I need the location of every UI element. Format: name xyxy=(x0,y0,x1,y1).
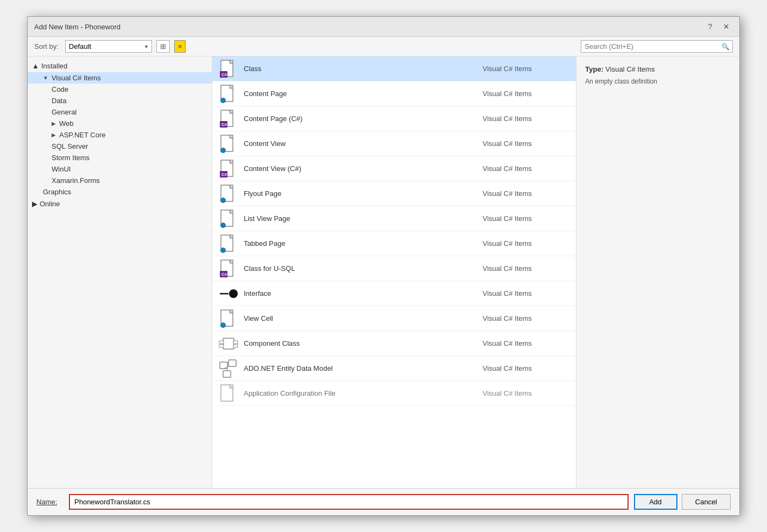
add-button[interactable]: Add xyxy=(634,494,677,510)
list-item[interactable]: View Cell Visual C# Items xyxy=(212,306,576,331)
file-icon-component xyxy=(219,334,238,353)
sidebar-item-label-aspnet: ASP.NET Core xyxy=(59,131,106,139)
sidebar-item-label-general: General xyxy=(52,108,77,116)
sort-select[interactable]: Default Name Type xyxy=(65,40,152,53)
info-panel: Type: Visual C# Items An empty class def… xyxy=(576,56,739,488)
list-item[interactable]: Interface Visual C# Items xyxy=(212,281,576,306)
name-input[interactable] xyxy=(69,494,629,510)
toolbar: Sort by: Default Name Type ⊞ ≡ 🔍 xyxy=(28,37,739,56)
file-name: Component Class xyxy=(244,339,483,347)
file-name: Tabbed Page xyxy=(244,239,483,248)
file-icon-viewcell xyxy=(219,309,238,328)
file-icon-content-page xyxy=(219,84,238,104)
grid-view-button[interactable]: ⊞ xyxy=(156,40,170,53)
list-item[interactable]: Content View Visual C# Items xyxy=(212,131,576,156)
file-name: List View Page xyxy=(244,214,483,223)
file-name: Flyout Page xyxy=(244,189,483,198)
sidebar-item-visual-csharp[interactable]: ▼ Visual C# Items xyxy=(28,72,212,84)
file-name: Application Configuration File xyxy=(244,389,483,397)
sidebar-item-winui[interactable]: WinUI xyxy=(28,163,212,175)
file-category: Visual C# Items xyxy=(483,214,569,223)
grid-view-icon: ⊞ xyxy=(160,42,166,50)
file-category: Visual C# Items xyxy=(483,314,569,322)
sidebar-item-online[interactable]: ▶ Online xyxy=(28,198,212,210)
sidebar-item-data[interactable]: Data xyxy=(28,95,212,106)
sidebar-item-label-visual-csharp: Visual C# Items xyxy=(52,74,101,82)
file-list: C# Class Visual C# Items Content Page Vi… xyxy=(212,56,576,488)
list-item[interactable]: C# Class for U-SQL Visual C# Items xyxy=(212,256,576,281)
file-icon-class: C# xyxy=(219,59,238,79)
file-name: Interface xyxy=(244,289,483,297)
svg-rect-43 xyxy=(223,371,231,377)
file-name: View Cell xyxy=(244,314,483,322)
svg-text:C#: C# xyxy=(221,72,227,77)
sidebar-item-installed[interactable]: ▲ Installed xyxy=(28,60,212,72)
file-category: Visual C# Items xyxy=(483,90,569,98)
svg-rect-39 xyxy=(233,341,238,344)
svg-text:C#: C# xyxy=(221,122,227,127)
list-view-button[interactable]: ≡ xyxy=(174,40,186,53)
sidebar-item-general[interactable]: General xyxy=(28,106,212,118)
search-icon: 🔍 xyxy=(721,43,730,50)
type-value: Visual C# Items xyxy=(605,65,655,73)
svg-text:C#: C# xyxy=(221,272,227,277)
svg-rect-36 xyxy=(223,338,234,349)
bottom-bar: Name: Add Cancel xyxy=(28,488,739,515)
online-label: Online xyxy=(40,200,60,208)
sidebar-item-label-xamarin: Xamarin.Forms xyxy=(52,176,100,185)
list-item[interactable]: C# Content Page (C#) Visual C# Items xyxy=(212,106,576,131)
sidebar-item-xamarin[interactable]: Xamarin.Forms xyxy=(28,175,212,186)
file-category: Visual C# Items xyxy=(483,65,569,73)
file-category: Visual C# Items xyxy=(483,289,569,297)
sidebar-item-graphics[interactable]: Graphics xyxy=(28,186,212,198)
sidebar-item-label-storm: Storm Items xyxy=(52,154,90,162)
sidebar: ▲ Installed ▼ Visual C# Items Code Data … xyxy=(28,56,212,488)
file-icon-content-page-cs: C# xyxy=(219,109,238,129)
sidebar-item-storm-items[interactable]: Storm Items xyxy=(28,152,212,163)
sidebar-item-label-winui: WinUI xyxy=(52,165,71,173)
sidebar-item-aspnet-core[interactable]: ▶ ASP.NET Core xyxy=(28,129,212,141)
sidebar-item-sql-server[interactable]: SQL Server xyxy=(28,141,212,152)
list-item[interactable]: Flyout Page Visual C# Items xyxy=(212,181,576,206)
svg-point-6 xyxy=(220,98,226,103)
file-icon-interface xyxy=(219,284,238,303)
file-category: Visual C# Items xyxy=(483,239,569,248)
sort-select-wrapper: Default Name Type xyxy=(65,40,152,53)
file-icon-content-view-cs: C# xyxy=(219,159,238,179)
info-type: Type: Visual C# Items xyxy=(585,65,731,73)
list-item[interactable]: Tabbed Page Visual C# Items xyxy=(212,231,576,256)
file-category: Visual C# Items xyxy=(483,264,569,273)
list-item[interactable]: Component Class Visual C# Items xyxy=(212,331,576,356)
visual-csharp-expand-icon: ▼ xyxy=(43,75,48,81)
search-box: 🔍 xyxy=(581,40,733,53)
list-item[interactable]: C# Class Visual C# Items xyxy=(212,56,576,81)
aspnet-expand-icon: ▶ xyxy=(52,132,56,138)
svg-point-23 xyxy=(220,223,226,228)
cancel-button[interactable]: Cancel xyxy=(682,494,731,510)
file-name: Content Page (C#) xyxy=(244,115,483,123)
sidebar-item-code[interactable]: Code xyxy=(28,84,212,95)
main-content: ▲ Installed ▼ Visual C# Items Code Data … xyxy=(28,56,739,488)
sidebar-item-web[interactable]: ▶ Web xyxy=(28,118,212,129)
installed-label: Installed xyxy=(41,62,67,70)
file-icon-ado xyxy=(219,359,238,378)
file-name: Content View (C#) xyxy=(244,164,483,173)
svg-text:C#: C# xyxy=(221,172,227,177)
sidebar-item-label-sql: SQL Server xyxy=(52,142,88,150)
file-icon-config xyxy=(219,384,238,403)
bottom-buttons: Add Cancel xyxy=(634,494,731,510)
list-item[interactable]: Application Configuration File Visual C#… xyxy=(212,381,576,406)
search-input[interactable] xyxy=(581,40,733,53)
info-description: An empty class definition xyxy=(585,78,731,85)
title-bar: Add New Item - Phoneword ? ✕ xyxy=(28,17,739,37)
list-item[interactable]: List View Page Visual C# Items xyxy=(212,206,576,231)
list-item[interactable]: ADO.NET Entity Data Model Visual C# Item… xyxy=(212,356,576,381)
close-button[interactable]: ✕ xyxy=(720,21,733,32)
help-button[interactable]: ? xyxy=(705,21,715,32)
list-view-icon: ≡ xyxy=(178,42,182,50)
sidebar-item-label-code: Code xyxy=(52,85,68,93)
list-item[interactable]: C# Content View (C#) Visual C# Items xyxy=(212,156,576,181)
sidebar-item-label-graphics: Graphics xyxy=(43,188,71,196)
svg-rect-38 xyxy=(219,345,224,347)
list-item[interactable]: Content Page Visual C# Items xyxy=(212,81,576,106)
